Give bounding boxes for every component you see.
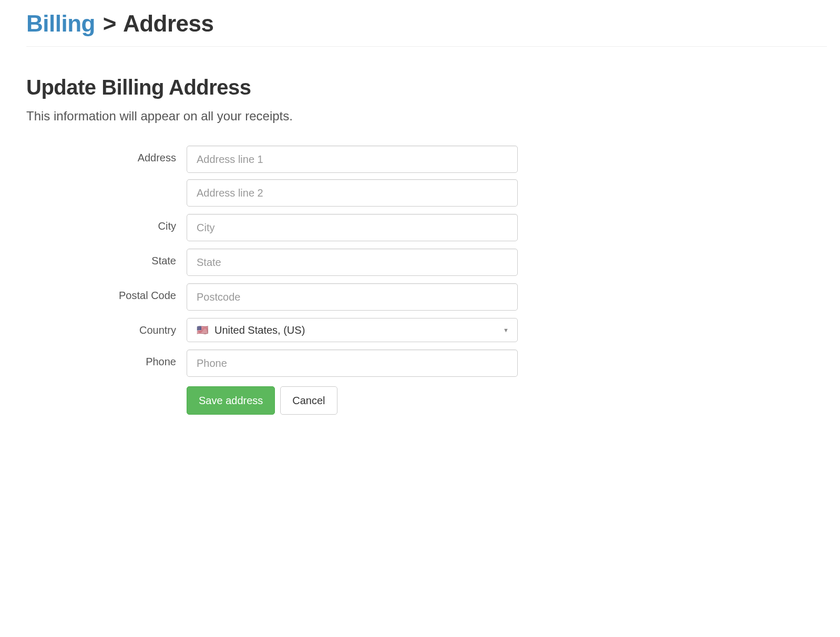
city-label: City xyxy=(26,214,187,232)
page-title: Update Billing Address xyxy=(26,76,827,99)
breadcrumb-separator: > xyxy=(103,11,116,36)
breadcrumb-current: Address xyxy=(123,11,214,36)
page-subtitle: This information will appear on all your… xyxy=(26,109,827,124)
postal-input[interactable] xyxy=(187,283,518,311)
address-line1-input[interactable] xyxy=(187,146,518,173)
postal-label: Postal Code xyxy=(26,283,187,302)
address-label: Address xyxy=(26,146,187,164)
chevron-down-icon: ▼ xyxy=(503,327,509,333)
state-input[interactable] xyxy=(187,249,518,276)
flag-icon: 🇺🇸 xyxy=(197,324,208,336)
breadcrumb-billing-link[interactable]: Billing xyxy=(26,11,95,36)
save-button[interactable]: Save address xyxy=(187,386,275,415)
city-input[interactable] xyxy=(187,214,518,241)
phone-label: Phone xyxy=(26,350,187,368)
state-label: State xyxy=(26,249,187,267)
country-label: Country xyxy=(26,318,187,336)
breadcrumb: Billing > Address xyxy=(26,11,827,47)
cancel-button[interactable]: Cancel xyxy=(280,386,337,415)
phone-input[interactable] xyxy=(187,350,518,377)
address-line2-input[interactable] xyxy=(187,179,518,207)
country-select[interactable]: 🇺🇸 United States, (US) ▼ xyxy=(187,318,518,342)
country-selected-text: United States, (US) xyxy=(214,324,305,336)
